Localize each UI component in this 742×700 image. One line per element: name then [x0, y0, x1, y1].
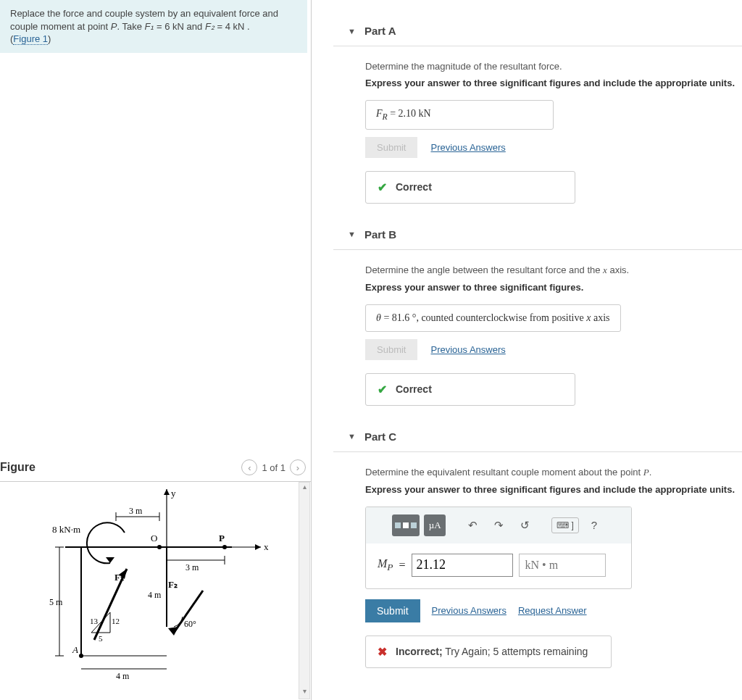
svg-text:5 m: 5 m	[49, 597, 63, 607]
part-c-submit-button[interactable]: Submit	[365, 599, 420, 622]
part-b-header[interactable]: ▼ Part B	[333, 220, 742, 250]
svg-text:13: 13	[90, 617, 99, 625]
figure-scrollbar[interactable]: ▴ ▾	[299, 482, 310, 699]
figure-title: Figure	[0, 461, 36, 474]
part-a-feedback: ✔ Correct	[365, 171, 575, 204]
check-icon: ✔	[378, 180, 387, 194]
svg-text:4 m: 4 m	[148, 590, 162, 600]
part-a: ▼ Part A Determine the magnitude of the …	[333, 16, 742, 204]
svg-text:3 m: 3 m	[186, 562, 199, 572]
part-c-request-answer-link[interactable]: Request Answer	[518, 605, 587, 616]
svg-point-7	[157, 545, 162, 549]
figure-link[interactable]: Figure 1	[13, 33, 48, 45]
figure-diagram: y x O P 8 kN·m 3 m	[29, 482, 290, 692]
svg-marker-3	[164, 489, 170, 495]
part-c-header[interactable]: ▼ Part C	[333, 422, 742, 452]
part-b-previous-answers-link[interactable]: Previous Answers	[430, 344, 505, 355]
part-c-answer-panel: µA ↶ ↷ ↺ ⌨ ] ? MP = kN • m	[365, 507, 632, 589]
answer-toolbar: µA ↶ ↷ ↺ ⌨ ] ?	[366, 507, 631, 543]
part-c-instruction-bold: Express your answer to three significant…	[365, 484, 742, 495]
part-c-instruction: Determine the equivalent resultant coupl…	[365, 467, 742, 478]
reset-icon[interactable]: ↺	[514, 514, 535, 536]
svg-text:A: A	[72, 644, 78, 655]
svg-text:x: x	[264, 541, 269, 552]
part-a-answer: FR = 2.10 kN	[365, 100, 554, 130]
part-c: ▼ Part C Determine the equivalent result…	[333, 422, 742, 668]
part-c-feedback: ✖ Incorrect; Try Again; 5 attempts remai…	[365, 636, 612, 668]
svg-text:60°: 60°	[184, 619, 196, 629]
undo-icon[interactable]: ↶	[462, 514, 483, 536]
part-c-value-input[interactable]	[412, 554, 513, 577]
part-b-answer: θ = 81.6 °, counted counterclockwise fro…	[365, 304, 621, 332]
svg-text:y: y	[171, 488, 176, 499]
svg-text:P: P	[219, 533, 225, 543]
svg-text:F₁: F₁	[114, 572, 124, 583]
part-b-instruction-bold: Express your answer to three significant…	[365, 282, 742, 293]
part-b-feedback: ✔ Correct	[365, 373, 575, 406]
units-button[interactable]: µA	[424, 514, 446, 536]
problem-statement: Replace the force and couple system by a…	[0, 0, 307, 53]
svg-text:O: O	[151, 533, 157, 543]
caret-down-icon: ▼	[348, 432, 356, 441]
figure-next-button[interactable]: ›	[290, 459, 306, 475]
svg-marker-34	[168, 627, 178, 636]
svg-point-41	[79, 654, 83, 658]
part-a-submit-button: Submit	[365, 137, 417, 158]
part-a-instruction: Determine the magnitude of the resultant…	[365, 61, 742, 72]
part-a-header[interactable]: ▼ Part A	[333, 16, 742, 46]
caret-down-icon: ▼	[348, 230, 356, 238]
figure-panel: Figure ‹ 1 of 1 › ▴ ▾ y x	[0, 457, 312, 699]
check-icon: ✔	[378, 383, 387, 396]
keyboard-icon[interactable]: ⌨ ]	[551, 517, 579, 533]
svg-text:12: 12	[112, 617, 120, 625]
part-c-units-input[interactable]: kN • m	[519, 554, 606, 577]
figure-prev-button[interactable]: ‹	[241, 459, 257, 475]
cross-icon: ✖	[378, 645, 387, 659]
svg-text:F₂: F₂	[168, 579, 178, 590]
template-icon[interactable]	[392, 514, 420, 536]
part-b-submit-button: Submit	[365, 339, 417, 360]
svg-text:4 m: 4 m	[116, 671, 130, 681]
part-c-previous-answers-link[interactable]: Previous Answers	[432, 605, 507, 616]
svg-text:8 kN·m: 8 kN·m	[52, 524, 80, 535]
svg-text:5: 5	[99, 634, 103, 643]
figure-pager: 1 of 1	[262, 462, 285, 473]
caret-down-icon: ▼	[348, 27, 356, 36]
svg-marker-1	[255, 544, 261, 550]
svg-text:3 m: 3 m	[129, 506, 143, 516]
svg-point-9	[222, 545, 227, 549]
part-a-instruction-bold: Express your answer to three significant…	[365, 78, 742, 88]
svg-marker-11	[106, 557, 114, 563]
help-icon[interactable]: ?	[583, 514, 605, 536]
part-a-previous-answers-link[interactable]: Previous Answers	[430, 142, 505, 153]
part-b-instruction: Determine the angle between the resultan…	[365, 264, 742, 276]
part-b: ▼ Part B Determine the angle between the…	[333, 220, 742, 406]
redo-icon[interactable]: ↷	[488, 514, 509, 536]
